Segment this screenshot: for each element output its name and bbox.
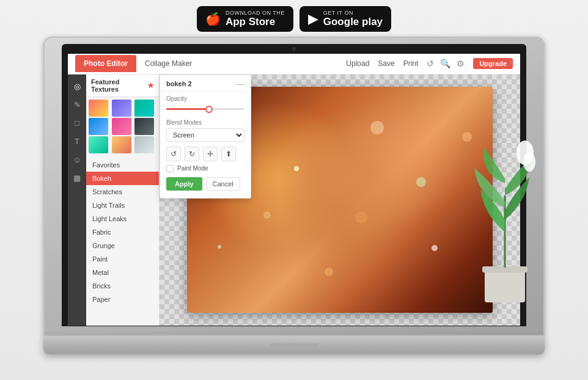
upload-action[interactable]: Upload [346, 59, 369, 68]
left-toolbar: ◎ ✎ □ T ☺ ▦ [68, 75, 86, 326]
popup-header: bokeh 2 — [160, 75, 251, 92]
tool-crop[interactable]: ◎ [70, 79, 84, 94]
header-icons: ↺ 🔍 ⚙ [427, 59, 465, 68]
rotate-icon[interactable]: ↺ [427, 59, 434, 68]
sidebar-header-icon: ★ [147, 81, 154, 90]
texture-thumb-4[interactable] [89, 118, 108, 135]
paint-mode-label: Paint Mode [177, 165, 208, 172]
close-icon[interactable]: ✕ [509, 59, 515, 67]
app-header: Photo Editor Collage Maker Upload Save P… [68, 54, 520, 75]
texture-thumb-9[interactable] [134, 136, 154, 153]
move-icon[interactable]: ✛ [203, 147, 218, 161]
upgrade-button[interactable]: Upgrade [473, 58, 513, 69]
tool-grid[interactable]: ▦ [70, 171, 84, 186]
sidebar-item-grunge[interactable]: Grunge [86, 239, 159, 252]
texture-thumb-8[interactable] [112, 136, 131, 153]
search-icon[interactable]: 🔍 [440, 59, 450, 68]
blend-label: Blend Modes [166, 119, 244, 126]
sidebar-item-metal[interactable]: Metal [86, 266, 159, 279]
sidebar-item-light-trails[interactable]: Light Trails [86, 199, 159, 212]
paint-mode-row: Paint Mode [160, 163, 251, 175]
googleplay-badge[interactable]: ▶ GET IT ON Google play [300, 6, 391, 32]
store-badges: 🍎 Download on the App Store ▶ GET IT ON … [197, 0, 391, 37]
googleplay-small-text: GET IT ON [323, 10, 383, 16]
canvas-container: bokeh 2 — Opacity [160, 75, 520, 326]
camera-dot [292, 47, 296, 51]
texture-thumb-6[interactable] [134, 118, 154, 135]
tool-brush[interactable]: ✎ [70, 98, 84, 112]
settings-icon[interactable]: ⚙ [457, 59, 465, 68]
apple-icon: 🍎 [205, 13, 221, 25]
sidebar-item-favorites[interactable]: Favorites [86, 158, 159, 172]
opacity-label: Opacity [166, 95, 244, 102]
sidebar-item-light-leaks[interactable]: Light Leaks [86, 212, 159, 225]
play-icon: ▶ [308, 12, 318, 26]
trackpad-notch [270, 343, 318, 347]
blend-section: Blend Modes Screen Normal Multiply Overl… [160, 115, 251, 143]
sidebar-item-fabric[interactable]: Fabric [86, 225, 159, 239]
slider-fill [166, 108, 209, 110]
appstore-small-text: Download on the [226, 10, 285, 16]
blend-modes-select[interactable]: Screen Normal Multiply Overlay Soft Ligh… [166, 128, 244, 142]
texture-thumb-7[interactable] [89, 136, 108, 153]
tab-photo-editor[interactable]: Photo Editor [75, 55, 136, 72]
rotate-right-icon[interactable]: ↻ [185, 147, 199, 161]
slider-track [166, 108, 244, 110]
screen-content: Photo Editor Collage Maker Upload Save P… [68, 54, 520, 326]
opacity-section: Opacity [160, 92, 251, 115]
rotate-left-icon[interactable]: ↺ [166, 147, 181, 161]
sidebar-item-bokeh[interactable]: Bokeh [86, 172, 159, 185]
sidebar-item-bricks[interactable]: Bricks [86, 279, 159, 293]
sidebar-menu: FavoritesBokehScratchesLight TrailsLight… [86, 156, 159, 309]
print-action[interactable]: Print [403, 59, 419, 68]
popup-panel: bokeh 2 — Opacity [160, 75, 251, 199]
sidebar-item-paint[interactable]: Paint [86, 252, 159, 266]
tab-collage-maker[interactable]: Collage Maker [136, 55, 200, 72]
popup-buttons: Apply Cancel [160, 175, 251, 193]
appstore-large-text: App Store [226, 16, 285, 28]
opacity-slider[interactable] [166, 104, 244, 114]
tool-shape[interactable]: □ [70, 116, 84, 131]
flip-icon[interactable]: ⬆ [221, 147, 236, 161]
apply-button[interactable]: Apply [166, 177, 202, 191]
texture-grid [86, 97, 159, 156]
sidebar-item-paper[interactable]: Paper [86, 293, 159, 306]
texture-thumb-5[interactable] [112, 118, 131, 135]
sidebar-header: Featured Textures ★ [86, 75, 159, 97]
sidebar-title: Featured Textures [91, 78, 147, 93]
laptop-frame: Photo Editor Collage Maker Upload Save P… [43, 37, 545, 336]
texture-thumb-3[interactable] [134, 100, 154, 117]
cancel-button[interactable]: Cancel [206, 177, 240, 191]
laptop-wrapper: Photo Editor Collage Maker Upload Save P… [43, 37, 545, 354]
sidebar: Featured Textures ★ [86, 75, 160, 326]
header-actions: Upload Save Print ↺ 🔍 ⚙ Upgrade [346, 58, 513, 69]
save-action[interactable]: Save [378, 59, 394, 68]
app-body: ◎ ✎ □ T ☺ ▦ Featured Textures ★ [68, 75, 520, 326]
laptop-base [43, 336, 545, 354]
slider-thumb[interactable] [205, 106, 213, 113]
tool-face[interactable]: ☺ [70, 153, 84, 167]
sidebar-item-scratches[interactable]: Scratches [86, 185, 159, 199]
googleplay-large-text: Google play [323, 16, 383, 28]
texture-thumb-2[interactable] [112, 100, 131, 117]
popup-title: bokeh 2 [166, 80, 192, 87]
appstore-badge[interactable]: 🍎 Download on the App Store [197, 6, 293, 32]
tool-text[interactable]: T [70, 134, 84, 149]
screen-bezel: Photo Editor Collage Maker Upload Save P… [62, 44, 526, 326]
paint-mode-checkbox[interactable] [166, 165, 174, 172]
popup-close-icon[interactable]: — [236, 79, 244, 89]
texture-thumb-1[interactable] [89, 100, 108, 117]
popup-action-icons: ↺ ↻ ✛ ⬆ [160, 143, 251, 163]
